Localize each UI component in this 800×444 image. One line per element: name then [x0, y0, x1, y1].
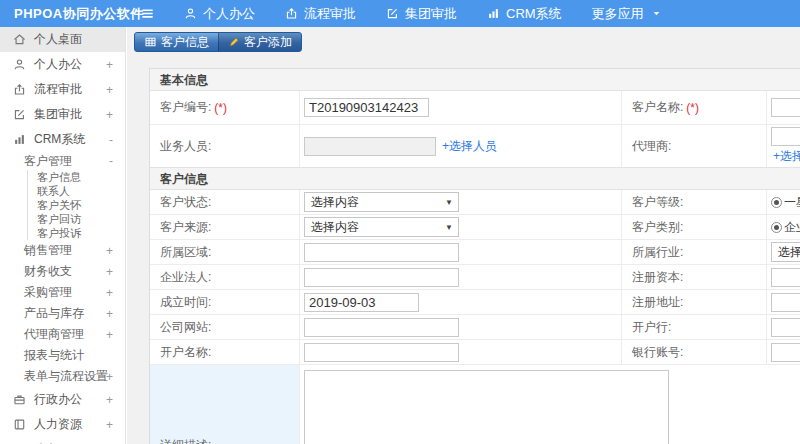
- field-label-registered-address: 注册地址:: [622, 290, 767, 314]
- expand-toggle[interactable]: +: [106, 108, 113, 122]
- topbar-menu-more-apps[interactable]: 更多应用: [592, 5, 661, 23]
- expand-toggle[interactable]: +: [106, 265, 113, 279]
- sidebar-item-customer-care[interactable]: 客户关怀: [27, 198, 125, 212]
- customer-type-radio-option[interactable]: 企业客户: [771, 219, 800, 236]
- radio-label: 一星: [784, 194, 800, 211]
- sidebar-item-finance[interactable]: 财务收支+: [0, 261, 125, 282]
- sidebar-item-label: 个人办公: [34, 56, 82, 73]
- sidebar-item-workflow-approval[interactable]: 流程审批+: [0, 77, 125, 102]
- expand-toggle[interactable]: -: [109, 133, 113, 147]
- field-cell-registered-address: [767, 290, 800, 314]
- caret-down-icon: [652, 9, 661, 18]
- field-label-text: 客户名称:: [632, 99, 683, 116]
- expand-toggle[interactable]: +: [106, 58, 113, 72]
- legal-person-input[interactable]: [304, 268, 459, 287]
- expand-toggle[interactable]: +: [106, 393, 113, 407]
- region-input[interactable]: [304, 243, 459, 262]
- salesperson-input[interactable]: [304, 137, 436, 156]
- expand-toggle[interactable]: +: [106, 83, 113, 97]
- tab-customer-add[interactable]: 客户添加: [218, 33, 301, 51]
- customer-status-select[interactable]: 选择内容: [304, 192, 459, 212]
- topbar-menu-personal-office[interactable]: 个人办公: [184, 5, 255, 23]
- briefcase-icon: [13, 393, 26, 406]
- section-header: 客户信息: [150, 168, 800, 190]
- registered-capital-input[interactable]: [771, 268, 800, 287]
- form-row: 客户来源:选择内容客户类别:企业客户: [150, 215, 800, 240]
- form-row: 所属区域:所属行业:选择内容: [150, 240, 800, 265]
- field-cell-detail-desc: [300, 365, 800, 444]
- sidebar-item-document-management[interactable]: 公文管理+: [0, 437, 125, 444]
- sidebar-item-admin-office[interactable]: 行政办公+: [0, 387, 125, 412]
- founded-date-input[interactable]: [304, 293, 419, 312]
- field-label-customer-type: 客户类别:: [622, 215, 767, 239]
- customer-no-input[interactable]: [304, 98, 429, 117]
- choose-link-agent[interactable]: +选择代理商: [773, 148, 800, 165]
- expand-toggle[interactable]: +: [106, 370, 113, 384]
- expand-toggle[interactable]: +: [106, 307, 113, 321]
- customer-level-radio-group: 一星: [771, 194, 800, 211]
- field-label-text: 所属行业:: [632, 244, 683, 261]
- sidebar-item-reports-statistics[interactable]: 报表与统计: [0, 345, 125, 366]
- bank-input[interactable]: [771, 318, 800, 337]
- sidebar-item-group-approval[interactable]: 集团审批+: [0, 102, 125, 127]
- field-label-text: 开户名称:: [160, 344, 211, 361]
- sidebar-item-personal-office[interactable]: 个人办公+: [0, 52, 125, 77]
- sidebar-item-purchase-management[interactable]: 采购管理+: [0, 282, 125, 303]
- hamburger-menu-icon[interactable]: [132, 6, 162, 21]
- sidebar-item-personal-desktop[interactable]: 个人桌面: [0, 27, 125, 52]
- field-label-text: 客户类别:: [632, 219, 683, 236]
- field-label-customer-status: 客户状态:: [150, 190, 300, 214]
- customer-source-select[interactable]: 选择内容: [304, 217, 459, 237]
- sidebar-item-product-inventory[interactable]: 产品与库存+: [0, 303, 125, 324]
- expand-toggle[interactable]: +: [106, 286, 113, 300]
- expand-toggle[interactable]: -: [109, 154, 113, 168]
- sidebar-item-agent-management[interactable]: 代理商管理+: [0, 324, 125, 345]
- account-name-input[interactable]: [304, 343, 459, 362]
- sidebar-item-label: 报表与统计: [24, 347, 84, 364]
- registered-address-input[interactable]: [771, 293, 800, 312]
- topbar-menu-workflow-approval[interactable]: 流程审批: [285, 5, 356, 23]
- chart-icon: [13, 133, 26, 146]
- field-label-text: 成立时间:: [160, 294, 211, 311]
- sidebar-item-sales-management[interactable]: 销售管理+: [0, 240, 125, 261]
- sidebar-item-contacts[interactable]: 联系人: [27, 184, 125, 198]
- form-row: 客户编号:(*)客户名称:(*): [150, 91, 800, 125]
- topbar: PHPOA协同办公软件 个人办公流程审批集团审批CRM系统更多应用: [0, 0, 800, 27]
- sidebar-item-customer-complaint[interactable]: 客户投诉: [27, 226, 125, 240]
- sidebar-item-label: 表单与流程设置: [24, 368, 108, 385]
- customer-level-radio-option[interactable]: 一星: [771, 194, 800, 211]
- sidebar-item-customer-info[interactable]: 客户信息: [27, 170, 125, 184]
- field-label-industry: 所属行业:: [622, 240, 767, 264]
- expand-toggle[interactable]: +: [106, 418, 113, 432]
- choose-link-salesperson[interactable]: +选择人员: [442, 138, 497, 155]
- topbar-menu: 个人办公流程审批集团审批CRM系统更多应用: [184, 5, 661, 23]
- sidebar-item-human-resources[interactable]: 人力资源+: [0, 412, 125, 437]
- sidebar-item-crm-system[interactable]: CRM系统-: [0, 127, 125, 152]
- bank-account-input[interactable]: [771, 343, 800, 362]
- field-cell-website: [300, 315, 622, 339]
- field-label-salesperson: 业务人员:: [150, 125, 300, 167]
- field-label-text: 注册地址:: [632, 294, 683, 311]
- website-input[interactable]: [304, 318, 459, 337]
- section-header: 基本信息: [150, 69, 800, 91]
- tab-customer-info[interactable]: 客户信息: [135, 33, 218, 51]
- tab-label: 客户信息: [161, 34, 209, 51]
- expand-toggle[interactable]: +: [106, 328, 113, 342]
- radio-icon[interactable]: [771, 197, 782, 208]
- topbar-menu-crm-system[interactable]: CRM系统: [487, 5, 562, 23]
- field-cell-legal-person: [300, 265, 622, 289]
- customer-name-input[interactable]: [771, 98, 800, 117]
- field-label-text: 客户等级:: [632, 194, 683, 211]
- topbar-menu-group-approval[interactable]: 集团审批: [386, 5, 457, 23]
- sidebar-item-label: 财务收支: [24, 263, 72, 280]
- radio-icon[interactable]: [771, 222, 782, 233]
- agent-input[interactable]: [771, 127, 800, 146]
- industry-select[interactable]: 选择内容: [771, 242, 800, 262]
- form-row: 开户名称:银行账号:: [150, 340, 800, 365]
- sidebar-item-customer-management[interactable]: 客户管理-: [0, 152, 125, 170]
- expand-toggle[interactable]: +: [106, 244, 113, 258]
- sidebar-item-form-workflow-settings[interactable]: 表单与流程设置+: [0, 366, 125, 387]
- approval-icon: [285, 7, 298, 20]
- sidebar-item-customer-visit[interactable]: 客户回访: [27, 212, 125, 226]
- detail-desc-textarea[interactable]: [304, 370, 669, 444]
